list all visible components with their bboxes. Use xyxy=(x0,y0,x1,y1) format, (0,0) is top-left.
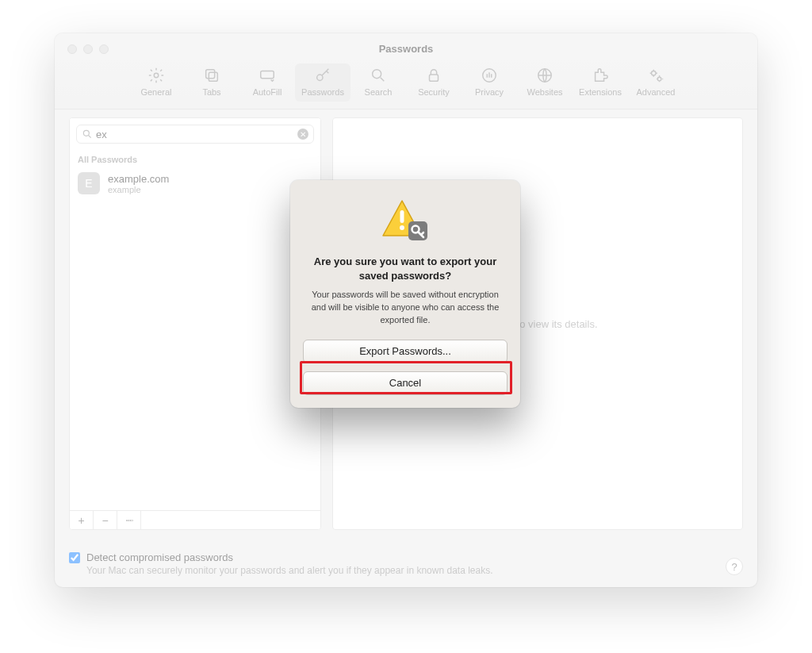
checkbox-input[interactable] xyxy=(69,552,80,563)
site-name: example.com xyxy=(108,173,169,185)
globe-icon xyxy=(536,67,553,84)
tab-advanced[interactable]: Advanced xyxy=(628,63,684,102)
site-user: example xyxy=(108,185,169,194)
sidebar-section-label: All Passwords xyxy=(70,150,320,167)
tab-passwords[interactable]: Passwords xyxy=(295,63,350,102)
checkbox-label: Detect compromised passwords xyxy=(86,551,233,563)
passwords-sidebar: ✕ All Passwords E example.com example + … xyxy=(69,117,321,530)
tab-general[interactable]: General xyxy=(128,63,184,102)
tab-search[interactable]: Search xyxy=(350,63,406,102)
lock-icon xyxy=(425,67,442,84)
search-icon xyxy=(370,67,387,84)
svg-point-0 xyxy=(154,73,159,78)
hand-icon xyxy=(481,67,498,84)
tab-security[interactable]: Security xyxy=(406,63,462,102)
svg-rect-2 xyxy=(209,72,217,81)
tab-privacy[interactable]: Privacy xyxy=(462,63,517,102)
svg-point-13 xyxy=(128,520,128,520)
svg-rect-16 xyxy=(400,210,404,223)
tab-extensions[interactable]: Extensions xyxy=(573,63,628,102)
footer-row: Detect compromised passwords Your Mac ca… xyxy=(69,551,743,576)
passwords-list: E example.com example xyxy=(70,167,320,510)
search-input[interactable] xyxy=(96,129,294,140)
svg-rect-6 xyxy=(430,75,439,81)
more-button[interactable] xyxy=(117,511,141,529)
gears-icon xyxy=(647,67,665,84)
tabs-icon xyxy=(203,67,220,84)
footer-subtext: Your Mac can securely monitor your passw… xyxy=(86,565,743,576)
tab-autofill[interactable]: AutoFill xyxy=(239,63,295,102)
warning-key-icon xyxy=(380,198,431,244)
search-row: ✕ xyxy=(70,118,320,150)
svg-point-10 xyxy=(657,77,661,81)
ellipsis-chevron-icon xyxy=(124,515,135,526)
svg-point-9 xyxy=(652,71,657,76)
svg-point-4 xyxy=(317,75,323,80)
puzzle-icon xyxy=(592,67,609,84)
search-icon xyxy=(82,129,93,140)
clear-search-icon[interactable]: ✕ xyxy=(297,129,308,140)
svg-point-5 xyxy=(373,70,381,79)
remove-button[interactable]: − xyxy=(94,511,117,529)
tab-websites[interactable]: Websites xyxy=(517,63,573,102)
key-icon xyxy=(314,67,331,84)
add-button[interactable]: + xyxy=(70,511,94,529)
alert-title: Are you sure you want to export your sav… xyxy=(303,255,508,282)
detect-compromised-checkbox[interactable]: Detect compromised passwords xyxy=(69,551,743,563)
sidebar-footer: + − xyxy=(70,510,320,529)
autofill-icon xyxy=(259,67,276,84)
svg-point-17 xyxy=(400,225,404,230)
list-item[interactable]: E example.com example xyxy=(70,167,320,199)
svg-point-11 xyxy=(83,130,89,136)
cancel-button[interactable]: Cancel xyxy=(303,371,508,395)
window-title: Passwords xyxy=(55,43,757,55)
svg-rect-3 xyxy=(261,71,274,79)
search-field[interactable]: ✕ xyxy=(76,125,314,144)
alert-message: Your passwords will be saved without enc… xyxy=(303,289,508,327)
export-alert: Are you sure you want to export your sav… xyxy=(290,180,520,408)
export-passwords-button[interactable]: Export Passwords... xyxy=(303,340,508,363)
svg-point-12 xyxy=(126,520,127,520)
help-button[interactable]: ? xyxy=(726,558,743,575)
preferences-toolbar: General Tabs AutoFill Passwords Search S… xyxy=(55,63,757,102)
tab-tabs[interactable]: Tabs xyxy=(184,63,239,102)
titlebar: Passwords General Tabs AutoFill Password… xyxy=(55,33,757,109)
svg-rect-1 xyxy=(206,70,215,79)
svg-point-14 xyxy=(130,520,131,520)
site-favicon: E xyxy=(78,172,100,194)
gear-icon xyxy=(147,67,165,84)
